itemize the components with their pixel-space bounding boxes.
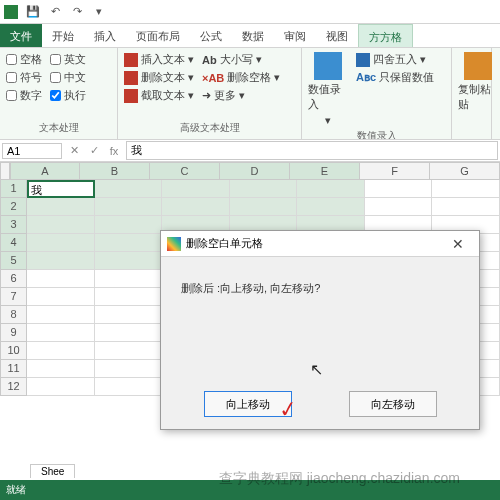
cell-A9[interactable] <box>27 324 95 342</box>
chk-symbol[interactable]: 符号 <box>6 70 42 85</box>
row-header-8[interactable]: 8 <box>0 306 27 324</box>
btn-extract-text[interactable]: 截取文本▾ <box>124 88 194 103</box>
tab-formula[interactable]: 公式 <box>190 24 232 47</box>
undo-icon[interactable]: ↶ <box>48 5 62 19</box>
btn-round[interactable]: 四舍五入▾ <box>356 52 434 67</box>
save-icon[interactable]: 💾 <box>26 5 40 19</box>
btn-keep-numeric[interactable]: Aʙc只保留数值 <box>356 70 434 85</box>
cell-A11[interactable] <box>27 360 95 378</box>
redo-icon[interactable]: ↷ <box>70 5 84 19</box>
title-bar: 💾 ↶ ↷ ▾ <box>0 0 500 24</box>
tab-insert[interactable]: 插入 <box>84 24 126 47</box>
row-header-12[interactable]: 12 <box>0 378 27 396</box>
qat-more-icon[interactable]: ▾ <box>92 5 106 19</box>
cell-E1[interactable] <box>297 180 365 198</box>
fx-confirm[interactable]: ✓ <box>84 144 104 157</box>
btn-insert-text[interactable]: 插入文本▾ <box>124 52 194 67</box>
tab-home[interactable]: 开始 <box>42 24 84 47</box>
btn-move-up[interactable]: 向上移动✓ <box>204 391 292 417</box>
cell-B4[interactable] <box>95 234 163 252</box>
cell-B8[interactable] <box>95 306 163 324</box>
cell-A8[interactable] <box>27 306 95 324</box>
dialog-titlebar[interactable]: 删除空白单元格 ✕ <box>161 231 479 257</box>
select-all-corner[interactable] <box>0 162 10 180</box>
delete-blank-cells-dialog: 删除空白单元格 ✕ 删除后 :向上移动, 向左移动? 向上移动✓ 向左移动 <box>160 230 480 430</box>
app-icon <box>4 5 18 19</box>
cell-B3[interactable] <box>95 216 163 234</box>
row-header-11[interactable]: 11 <box>0 360 27 378</box>
cell-C2[interactable] <box>162 198 230 216</box>
row-header-4[interactable]: 4 <box>0 234 27 252</box>
cell-A2[interactable] <box>27 198 95 216</box>
col-header-C[interactable]: C <box>150 162 220 180</box>
cell-B11[interactable] <box>95 360 163 378</box>
cell-D1[interactable] <box>230 180 298 198</box>
dialog-close-button[interactable]: ✕ <box>443 236 473 252</box>
cell-B10[interactable] <box>95 342 163 360</box>
chk-space[interactable]: 空格 <box>6 52 42 67</box>
cell-D2[interactable] <box>230 198 298 216</box>
cell-B1[interactable] <box>95 180 163 198</box>
cell-G1[interactable] <box>432 180 500 198</box>
cell-B9[interactable] <box>95 324 163 342</box>
btn-copy-paste[interactable]: 复制粘贴 <box>458 52 498 112</box>
btn-delete-space[interactable]: ×AB删除空格▾ <box>202 70 280 85</box>
formula-input[interactable]: 我 <box>126 141 498 160</box>
cell-A10[interactable] <box>27 342 95 360</box>
sheet-tab[interactable]: Shee <box>30 464 75 478</box>
tab-fangfang[interactable]: 方方格 <box>358 24 413 47</box>
btn-case[interactable]: Ab大小写▾ <box>202 52 262 67</box>
cell-B12[interactable] <box>95 378 163 396</box>
btn-move-left[interactable]: 向左移动 <box>349 391 437 417</box>
cell-A4[interactable] <box>27 234 95 252</box>
btn-numeric-input[interactable]: 数值录入▾ <box>308 52 348 127</box>
cell-A5[interactable] <box>27 252 95 270</box>
group-text-processing: 空格英文 符号中文 数字执行 文本处理 <box>0 48 118 139</box>
col-header-B[interactable]: B <box>80 162 150 180</box>
col-header-G[interactable]: G <box>430 162 500 180</box>
fx-icon[interactable]: fx <box>104 145 124 157</box>
cell-B7[interactable] <box>95 288 163 306</box>
formula-bar: A1 ✕ ✓ fx 我 <box>0 140 500 162</box>
cell-E2[interactable] <box>297 198 365 216</box>
chk-execute[interactable]: 执行 <box>50 88 86 103</box>
row-header-7[interactable]: 7 <box>0 288 27 306</box>
tab-file[interactable]: 文件 <box>0 24 42 47</box>
row-header-5[interactable]: 5 <box>0 252 27 270</box>
row-header-10[interactable]: 10 <box>0 342 27 360</box>
cell-G2[interactable] <box>432 198 500 216</box>
tab-data[interactable]: 数据 <box>232 24 274 47</box>
tab-review[interactable]: 审阅 <box>274 24 316 47</box>
col-header-E[interactable]: E <box>290 162 360 180</box>
col-header-A[interactable]: A <box>10 162 80 180</box>
cell-B2[interactable] <box>95 198 163 216</box>
tab-view[interactable]: 视图 <box>316 24 358 47</box>
cell-A3[interactable] <box>27 216 95 234</box>
cell-F1[interactable] <box>365 180 433 198</box>
btn-delete-text[interactable]: 删除文本▾ <box>124 70 194 85</box>
name-box[interactable]: A1 <box>2 143 62 159</box>
chk-english[interactable]: 英文 <box>50 52 86 67</box>
chk-number[interactable]: 数字 <box>6 88 42 103</box>
ribbon-tabs: 文件 开始 插入 页面布局 公式 数据 审阅 视图 方方格 <box>0 24 500 48</box>
row-header-6[interactable]: 6 <box>0 270 27 288</box>
row-header-9[interactable]: 9 <box>0 324 27 342</box>
cell-A6[interactable] <box>27 270 95 288</box>
btn-more[interactable]: ➜更多▾ <box>202 88 245 103</box>
cell-A7[interactable] <box>27 288 95 306</box>
cell-A12[interactable] <box>27 378 95 396</box>
fx-cancel[interactable]: ✕ <box>64 144 84 157</box>
row-header-2[interactable]: 2 <box>0 198 27 216</box>
cell-C1[interactable] <box>162 180 230 198</box>
cell-F2[interactable] <box>365 198 433 216</box>
cell-B5[interactable] <box>95 252 163 270</box>
col-header-F[interactable]: F <box>360 162 430 180</box>
row-header-3[interactable]: 3 <box>0 216 27 234</box>
row-header-1[interactable]: 1 <box>0 180 27 198</box>
dialog-icon <box>167 237 181 251</box>
chk-chinese[interactable]: 中文 <box>50 70 86 85</box>
col-header-D[interactable]: D <box>220 162 290 180</box>
cell-B6[interactable] <box>95 270 163 288</box>
cell-A1[interactable]: 我 <box>27 180 95 198</box>
tab-layout[interactable]: 页面布局 <box>126 24 190 47</box>
